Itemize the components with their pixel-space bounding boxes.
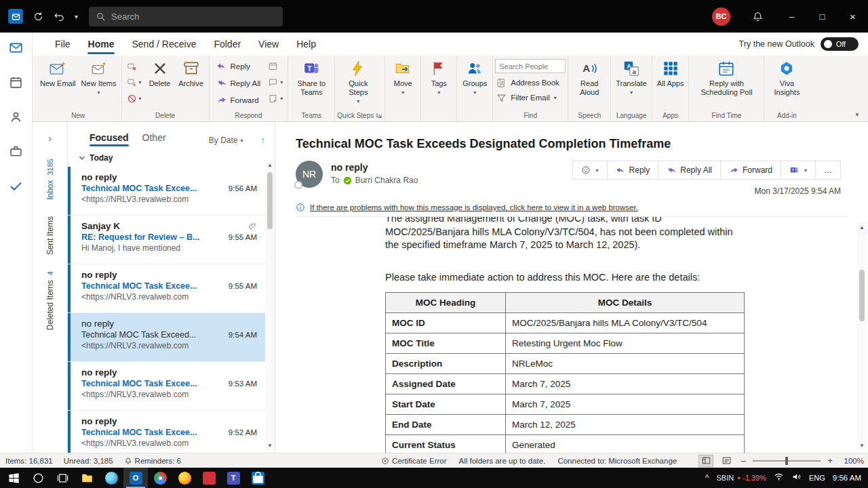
mail-module-button[interactable] <box>9 41 23 58</box>
chrome-button[interactable] <box>148 468 172 488</box>
tasks-module-button[interactable] <box>9 144 23 161</box>
scrollbar-thumb[interactable] <box>267 172 273 229</box>
move-button[interactable]: Move ▾ <box>387 58 418 98</box>
send-receive-icon[interactable] <box>33 11 44 22</box>
zoom-slider-thumb[interactable] <box>785 457 788 465</box>
zoom-slider[interactable] <box>753 460 821 462</box>
new-outlook-toggle[interactable]: Off <box>821 37 859 51</box>
list-item[interactable]: Sanjay K RE: Request for Review – B...9:… <box>68 216 275 264</box>
volume-tray-button[interactable] <box>791 472 802 485</box>
tab-send-receive[interactable]: Send / Receive <box>123 33 205 56</box>
search-people-input[interactable] <box>495 59 566 73</box>
task-view-button[interactable] <box>50 468 75 488</box>
store-button[interactable] <box>245 468 270 488</box>
zoom-in-button[interactable]: + <box>826 455 834 466</box>
tab-folder[interactable]: Folder <box>205 33 250 56</box>
clean-up-button[interactable]: ▾ <box>124 74 144 90</box>
folder-inbox[interactable]: Inbox3185 <box>46 159 54 200</box>
minimize-button[interactable]: – <box>776 0 807 33</box>
list-item-selected[interactable]: no reply Technical MOC Task Exceed...9:5… <box>68 313 275 362</box>
list-item[interactable]: no reply Technical MOC Task Excee...9:55… <box>68 264 275 313</box>
scrollbar-thumb[interactable] <box>859 270 865 321</box>
sort-direction-icon[interactable]: ↑ <box>261 135 266 145</box>
todo-module-button[interactable] <box>9 179 23 196</box>
sender-name[interactable]: no reply <box>331 162 418 173</box>
viva-insights-button[interactable]: Viva Insights <box>766 58 807 98</box>
expand-folder-pane-button[interactable]: › <box>48 133 52 144</box>
tab-help[interactable]: Help <box>288 33 325 56</box>
file-explorer-button[interactable] <box>75 468 99 488</box>
undo-icon[interactable] <box>54 11 65 22</box>
more-respond-button[interactable]: ▾ <box>265 90 285 106</box>
tab-home[interactable]: Home <box>79 33 123 56</box>
share-to-teams-button[interactable]: T ▾ <box>781 161 816 180</box>
stock-ticker-widget[interactable]: SBIN ▼-1.39% <box>716 474 766 482</box>
sender-avatar[interactable]: NR <box>296 161 323 188</box>
all-apps-button[interactable]: All Apps <box>654 58 687 89</box>
reminders-status[interactable]: Reminders: 6 <box>124 457 181 465</box>
network-tray-button[interactable] <box>774 472 784 485</box>
more-actions-button[interactable]: … <box>815 161 841 180</box>
scroll-down-icon[interactable]: ▼ <box>267 441 273 450</box>
collapse-ribbon-chevron-icon[interactable]: ▾ <box>852 110 863 119</box>
filter-email-button[interactable]: Filter Email ▾ <box>495 90 566 105</box>
im-reply-button[interactable]: ▾ <box>265 74 285 90</box>
normal-view-button[interactable] <box>698 455 713 467</box>
zoom-out-button[interactable]: – <box>739 455 747 466</box>
calendar-module-button[interactable] <box>9 75 23 92</box>
notifications-button[interactable] <box>747 11 768 22</box>
share-to-teams-button[interactable]: T Share to Teams <box>290 58 332 98</box>
reply-button[interactable]: Reply <box>607 161 659 180</box>
folder-sent-items[interactable]: Sent Items <box>46 216 54 255</box>
language-indicator[interactable]: ENG <box>809 474 825 482</box>
maximize-button[interactable]: □ <box>807 0 837 33</box>
archive-button[interactable]: Archive <box>176 58 207 89</box>
forward-button[interactable]: Forward <box>720 161 781 180</box>
taskbar-search-button[interactable] <box>26 468 50 488</box>
message-info-bar[interactable]: If there are problems with how this mess… <box>296 203 848 217</box>
folder-deleted-items[interactable]: Deleted Items4 <box>46 271 54 330</box>
scroll-down-icon[interactable]: ▼ <box>859 441 865 450</box>
junk-button[interactable]: ▾ <box>124 90 144 106</box>
tray-expand-icon[interactable]: ^ <box>705 473 709 483</box>
translate-button[interactable]: Aa Translate ▾ <box>613 58 649 98</box>
sort-by-date-dropdown[interactable]: By Date ▾ <box>209 136 243 145</box>
edge-button[interactable] <box>99 468 123 488</box>
read-aloud-button[interactable]: A Read Aloud <box>570 58 608 98</box>
list-item[interactable]: no reply Technical MOC Task Excee...9:53… <box>68 362 275 411</box>
zoom-level[interactable]: 100% <box>840 457 864 465</box>
list-item[interactable]: no reply Technical MOC Task Excee...9:52… <box>68 411 275 453</box>
meeting-button[interactable] <box>265 58 285 74</box>
message-list-scrollbar[interactable]: ▲ ▼ <box>265 160 275 450</box>
pinned-app-button[interactable] <box>197 468 221 488</box>
group-header-today[interactable]: Today <box>68 149 275 167</box>
people-module-button[interactable] <box>9 110 23 127</box>
tags-button[interactable]: Tags ▾ <box>423 58 454 98</box>
scroll-up-icon[interactable]: ▲ <box>859 222 865 232</box>
quick-steps-dialog-launcher-icon[interactable] <box>376 113 382 119</box>
search-box[interactable] <box>89 7 283 26</box>
new-email-button[interactable]: New Email <box>37 58 79 89</box>
forward-button[interactable]: Forward <box>212 92 266 108</box>
tab-focused[interactable]: Focused <box>90 132 129 145</box>
firefox-button[interactable] <box>172 468 197 488</box>
info-bar-text[interactable]: If there are problems with how this mess… <box>310 203 638 211</box>
reply-all-button[interactable]: Reply All <box>212 75 266 92</box>
tab-view[interactable]: View <box>250 33 288 56</box>
close-button[interactable]: × <box>837 0 868 33</box>
customize-toolbar-chevron-icon[interactable]: ▾ <box>75 13 78 20</box>
list-item[interactable]: no reply Technical MOC Task Excee...9:56… <box>68 167 275 216</box>
account-avatar[interactable]: BC <box>712 7 730 26</box>
delete-button[interactable]: Delete <box>144 58 176 89</box>
address-book-button[interactable]: Address Book <box>495 75 566 90</box>
tab-other[interactable]: Other <box>142 132 166 145</box>
reading-view-button[interactable] <box>719 455 734 467</box>
taskbar-clock[interactable]: 9:56 AM <box>833 474 861 482</box>
new-items-button[interactable]: New Items ▾ <box>79 58 119 98</box>
ignore-button[interactable] <box>124 58 144 74</box>
outlook-button[interactable]: O <box>123 468 148 488</box>
scroll-up-icon[interactable]: ▲ <box>267 160 273 169</box>
start-button[interactable] <box>1 468 26 488</box>
reply-all-button[interactable]: Reply All <box>658 161 721 180</box>
certificate-error[interactable]: Certificate Error <box>381 457 447 465</box>
